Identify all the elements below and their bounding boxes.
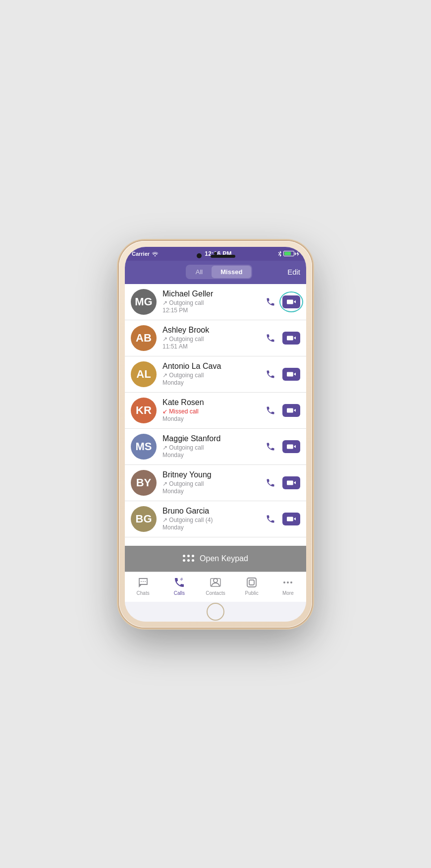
call-item: BG Bruno Garcia ↗ Outgoing call (4) Mond…: [125, 501, 306, 537]
phone-call-button[interactable]: [266, 442, 275, 452]
wifi-icon: [152, 251, 159, 256]
calls-icon: [173, 576, 186, 589]
tab-item-contacts[interactable]: Contacts: [201, 576, 230, 596]
call-info: Kate Rosen ↙ Missed call Monday: [162, 398, 262, 422]
contacts-icon: [209, 576, 222, 589]
calls-svg: [173, 577, 185, 588]
more-icon: [281, 576, 294, 589]
keypad-dots-icon: [183, 555, 195, 562]
call-info: Michael Geller ↗ Outgoing call 12:15 PM: [162, 289, 262, 314]
call-item: BY Britney Young ↗ Outgoing call Monday: [125, 465, 306, 501]
call-info: Ashley Brook ↗ Outgoing call 11:51 AM: [162, 326, 262, 350]
tab-item-calls[interactable]: Calls: [164, 576, 194, 596]
svg-rect-6: [249, 580, 254, 585]
phone-call-button[interactable]: [266, 369, 275, 379]
svg-point-1: [143, 581, 144, 582]
status-bar: Carrier 12:16 PM: [125, 247, 306, 261]
video-call-button[interactable]: [282, 404, 300, 417]
call-info: Maggie Stanford ↗ Outgoing call Monday: [162, 434, 262, 459]
call-item: MG Michael Geller ↗ Outgoing call 12:15 …: [125, 284, 306, 320]
phone-call-button[interactable]: [266, 333, 275, 343]
tab-label-public: Public: [245, 590, 259, 596]
video-icon: [287, 298, 296, 305]
video-icon: [287, 443, 296, 450]
phone-icon: [266, 405, 275, 415]
avatar: AL: [131, 361, 157, 387]
chats-svg: [137, 577, 149, 588]
tab-all[interactable]: All: [187, 266, 212, 278]
video-call-button[interactable]: [282, 440, 300, 453]
avatar-face: BY: [131, 470, 157, 496]
call-time: 11:51 AM: [162, 343, 262, 350]
call-actions: [266, 404, 300, 417]
call-item: AL Antonio La Cava ↗ Outgoing call Monda…: [125, 356, 306, 393]
bluetooth-icon: [278, 251, 282, 257]
home-button-area[interactable]: [125, 602, 306, 622]
phone-icon: [266, 442, 275, 452]
call-info: Britney Young ↗ Outgoing call Monday: [162, 470, 262, 495]
open-keypad-button[interactable]: Open Keypad: [125, 546, 306, 572]
video-call-button[interactable]: [282, 332, 300, 345]
tab-item-public[interactable]: Public: [237, 576, 267, 596]
chats-icon: [137, 576, 150, 589]
call-time: Monday: [162, 415, 262, 422]
bolt-svg: [296, 251, 299, 256]
svg-point-7: [283, 581, 285, 583]
video-icon: [287, 371, 296, 378]
public-svg: [246, 577, 258, 588]
tab-label-more: More: [282, 590, 294, 596]
video-call-button-highlighted[interactable]: [282, 295, 300, 308]
status-right: [278, 251, 299, 257]
call-item: KR Kate Rosen ↙ Missed call Monday: [125, 393, 306, 429]
call-type: ↗ Outgoing call (4): [162, 517, 262, 523]
call-info: Antonio La Cava ↗ Outgoing call Monday: [162, 362, 262, 386]
call-actions: [266, 368, 300, 381]
video-call-button[interactable]: [282, 368, 300, 381]
call-time: Monday: [162, 379, 262, 386]
svg-point-3: [214, 579, 217, 582]
call-time: 12:15 PM: [162, 307, 262, 314]
phone-icon: [266, 369, 275, 379]
caller-name: Antonio La Cava: [162, 362, 262, 371]
phone-call-button[interactable]: [266, 514, 275, 524]
tab-missed[interactable]: Missed: [212, 266, 251, 278]
call-actions: [266, 513, 300, 525]
video-call-button[interactable]: [282, 476, 300, 489]
carrier-label: Carrier: [132, 251, 150, 257]
phone-call-button[interactable]: [266, 297, 275, 307]
video-icon: [287, 516, 296, 522]
avatar: KR: [131, 398, 157, 423]
tab-item-chats[interactable]: Chats: [128, 576, 158, 596]
avatar-face: AL: [131, 361, 157, 387]
home-circle[interactable]: [207, 603, 224, 621]
nav-tabs: All Missed: [186, 265, 253, 279]
edit-button[interactable]: Edit: [287, 268, 300, 276]
call-item: AB Ashley Brook ↗ Outgoing call 11:51 AM: [125, 320, 306, 356]
call-actions: [266, 332, 300, 345]
avatar: AB: [131, 325, 157, 351]
tab-label-calls: Calls: [174, 590, 185, 596]
charging-icon: [296, 251, 299, 256]
tab-label-chats: Chats: [137, 590, 150, 596]
call-actions: [266, 440, 300, 453]
tab-item-more[interactable]: More: [273, 576, 303, 596]
bt-svg: [278, 251, 282, 257]
call-info: Bruno Garcia ↗ Outgoing call (4) Monday: [162, 507, 262, 531]
svg-point-8: [287, 581, 289, 583]
phone-call-button[interactable]: [266, 405, 275, 415]
call-time: Monday: [162, 452, 262, 459]
caller-name: Kate Rosen: [162, 398, 262, 407]
phone-icon: [266, 297, 275, 307]
status-left: Carrier: [132, 251, 159, 257]
caller-name: Britney Young: [162, 470, 262, 479]
avatar: MG: [131, 289, 157, 315]
video-icon: [287, 335, 296, 342]
phone-call-button[interactable]: [266, 478, 275, 488]
avatar: MS: [131, 434, 157, 460]
avatar-face: BG: [131, 506, 157, 532]
status-time: 12:16 PM: [205, 250, 231, 257]
battery-fill: [284, 252, 291, 255]
call-actions: [266, 295, 300, 308]
nav-header: All Missed Edit: [125, 261, 306, 284]
video-call-button[interactable]: [282, 513, 300, 525]
